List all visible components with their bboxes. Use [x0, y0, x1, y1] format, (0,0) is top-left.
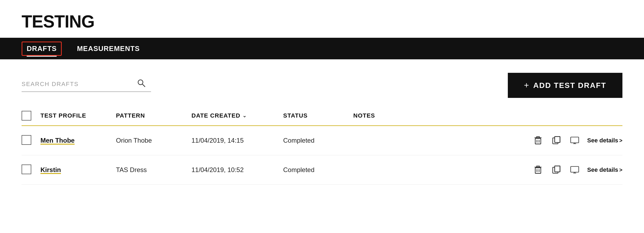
plus-icon: +: [524, 80, 530, 90]
table-container: TEST PROFILE PATTERN DATE CREATED ⌄ STAT…: [22, 111, 622, 185]
search-input[interactable]: [22, 81, 135, 88]
row2-checkbox-cell: [22, 165, 40, 175]
row1-actions: See details >: [563, 135, 622, 146]
row1-pattern: Orion Thobe: [116, 137, 191, 144]
search-wrapper: [22, 79, 151, 92]
row1-copy-button[interactable]: [550, 135, 562, 146]
col-notes: NOTES: [353, 112, 563, 119]
row2-actions: See details >: [563, 164, 622, 176]
table-row: Men Thobe Orion Thobe 11/04/2019, 14:15 …: [22, 126, 622, 155]
row2-delete-button[interactable]: [532, 164, 544, 176]
table-header: TEST PROFILE PATTERN DATE CREATED ⌄ STAT…: [22, 111, 622, 126]
row1-see-details-link[interactable]: See details >: [587, 137, 622, 144]
tab-measurements[interactable]: MEASUREMENTS: [73, 42, 144, 55]
sort-icon: ⌄: [242, 113, 247, 119]
row2-chevron-icon: >: [619, 167, 622, 173]
search-icon: [137, 79, 146, 89]
col-status: STATUS: [283, 112, 353, 119]
tab-drafts[interactable]: DRAFTS: [22, 42, 62, 56]
svg-rect-17: [571, 166, 579, 172]
svg-rect-6: [555, 136, 560, 142]
row2-copy-button[interactable]: [550, 164, 562, 176]
row2-test-profile[interactable]: Kirstin: [40, 166, 116, 174]
row2-date-created: 11/04/2019, 10:52: [191, 166, 283, 174]
page-title: TESTING: [22, 13, 622, 30]
page-wrapper: TESTING DRAFTS MEASUREMENTS + ADD TEST D…: [0, 0, 644, 196]
svg-rect-2: [535, 138, 541, 144]
add-test-draft-button[interactable]: + ADD TEST DRAFT: [508, 73, 622, 98]
row1-date-created: 11/04/2019, 14:15: [191, 137, 283, 144]
row2-status: Completed: [283, 166, 353, 174]
row1-screen-button[interactable]: [569, 135, 581, 146]
row2-see-details-link[interactable]: See details >: [587, 166, 622, 173]
nav-bar: DRAFTS MEASUREMENTS: [0, 38, 644, 59]
col-test-profile: TEST PROFILE: [40, 112, 116, 119]
toolbar: + ADD TEST DRAFT: [22, 73, 622, 98]
col-pattern: PATTERN: [116, 112, 191, 119]
svg-rect-8: [571, 137, 579, 143]
select-all-checkbox[interactable]: [22, 111, 31, 121]
row1-status: Completed: [283, 137, 353, 144]
row1-chevron-icon: >: [619, 138, 622, 144]
row1-delete-button[interactable]: [532, 135, 544, 146]
svg-line-1: [142, 84, 145, 87]
add-button-label: ADD TEST DRAFT: [533, 81, 606, 90]
row2-pattern: TAS Dress: [116, 166, 191, 174]
table-row: Kirstin TAS Dress 11/04/2019, 10:52 Comp…: [22, 155, 622, 185]
row1-checkbox[interactable]: [22, 135, 31, 145]
row2-screen-button[interactable]: [569, 164, 581, 176]
svg-rect-15: [555, 166, 560, 172]
svg-rect-11: [535, 168, 541, 173]
row1-checkbox-cell: [22, 135, 40, 146]
col-checkbox: [22, 111, 40, 121]
row2-checkbox[interactable]: [22, 165, 31, 174]
svg-point-0: [138, 80, 143, 85]
col-date-created[interactable]: DATE CREATED ⌄: [191, 112, 283, 119]
row1-test-profile[interactable]: Men Thobe: [40, 137, 116, 144]
